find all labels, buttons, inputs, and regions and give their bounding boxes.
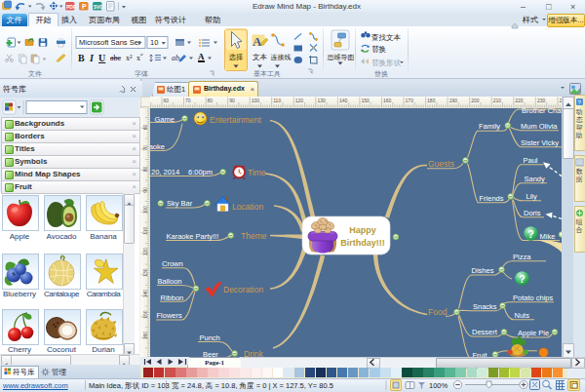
svg-text:140: 140 — [339, 98, 348, 103]
svg-text:70: 70 — [142, 145, 148, 151]
svg-text:P: P — [82, 3, 87, 10]
svg-text:80: 80 — [142, 166, 148, 172]
svg-text:220: 220 — [515, 98, 524, 103]
svg-text:210: 210 — [493, 98, 502, 103]
svg-text:x˝: x˝ — [136, 54, 143, 62]
svg-text:230: 230 — [537, 98, 546, 103]
svg-text:160: 160 — [142, 332, 148, 340]
svg-text:200: 200 — [471, 98, 480, 103]
svg-text:140: 140 — [142, 290, 148, 298]
svg-text:ab: ab — [172, 54, 179, 62]
svg-text:100%: 100% — [429, 381, 448, 390]
svg-text:110: 110 — [142, 227, 148, 235]
svg-text:90: 90 — [142, 187, 148, 193]
svg-text:10: 10 — [150, 38, 158, 47]
svg-text:110: 110 — [273, 98, 281, 103]
svg-text:abc: abc — [110, 54, 122, 62]
svg-text:Microsoft Sans Ser: Microsoft Sans Ser — [79, 38, 141, 47]
svg-text:A: A — [253, 34, 262, 49]
svg-text:I: I — [89, 53, 95, 63]
svg-text:70: 70 — [185, 98, 191, 103]
svg-text:100: 100 — [142, 206, 148, 215]
svg-text:100: 100 — [252, 98, 260, 103]
svg-text:90: 90 — [229, 98, 235, 103]
svg-text:60: 60 — [142, 124, 148, 130]
svg-text:x²: x² — [126, 54, 133, 62]
svg-text:180: 180 — [427, 98, 436, 103]
svg-text:120: 120 — [295, 98, 304, 103]
svg-text:U: U — [98, 53, 105, 63]
svg-text:150: 150 — [142, 310, 148, 319]
svg-text:150: 150 — [362, 98, 370, 103]
svg-text:60: 60 — [164, 98, 170, 103]
svg-text:130: 130 — [142, 268, 148, 277]
svg-text:120: 120 — [142, 248, 148, 256]
svg-text:B: B — [78, 53, 85, 63]
svg-text:80: 80 — [208, 98, 214, 103]
svg-text:130: 130 — [317, 98, 326, 103]
svg-text:240: 240 — [559, 98, 562, 103]
svg-text:A: A — [198, 52, 205, 61]
svg-text:SVG: SVG — [94, 4, 104, 10]
svg-text:160: 160 — [383, 98, 392, 103]
svg-text:PDF: PDF — [66, 4, 76, 10]
svg-text:190: 190 — [449, 98, 458, 103]
svg-text:170: 170 — [406, 98, 414, 103]
